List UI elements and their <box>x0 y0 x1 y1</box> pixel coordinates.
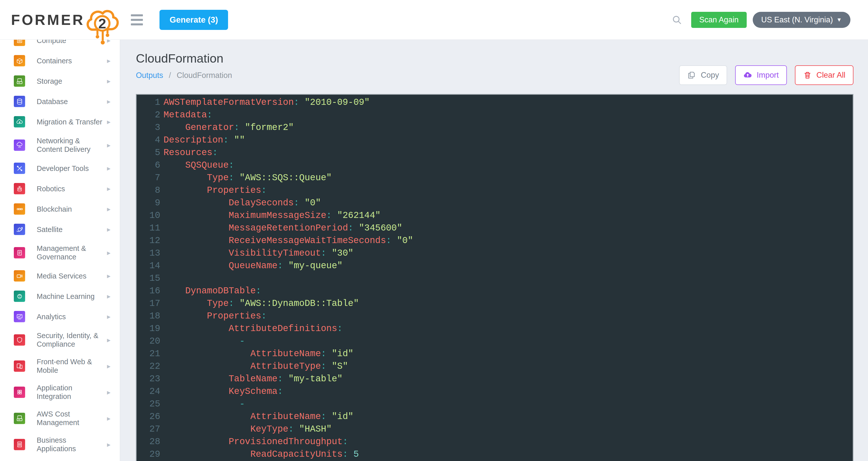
sidebar-item-machine-learning[interactable]: Machine Learning▸ <box>0 286 120 307</box>
line-content: DynamoDBTable: <box>163 285 261 297</box>
line-content: Generator: "former2" <box>163 121 294 134</box>
line-number: 20 <box>136 335 160 348</box>
code-line: 23TableName: "my-table" <box>136 373 853 385</box>
sidebar-item-business-applications[interactable]: Business Applications▸ <box>0 431 120 458</box>
chevron-right-icon: ▸ <box>107 414 111 423</box>
scan-again-button[interactable]: Scan Again <box>691 12 747 28</box>
sidebar-item-blockchain[interactable]: Blockchain▸ <box>0 199 120 219</box>
search-icon[interactable] <box>672 15 682 25</box>
output-actions: Copy Import Clear All <box>679 65 854 85</box>
code-line: 6SQSQueue: <box>136 159 853 172</box>
line-number: 29 <box>136 448 160 461</box>
line-content: SQSQueue: <box>163 159 234 172</box>
line-content: AWSTemplateFormatVersion: "2010-09-09" <box>163 96 370 109</box>
line-number: 26 <box>136 410 160 423</box>
sidebar-item-database[interactable]: Database▸ <box>0 91 120 112</box>
sidebar-item-label: AWS Cost Management <box>37 410 105 427</box>
top-navbar: FORMER 2 Generate (3) Scan Again US East… <box>0 0 868 40</box>
code-line: 27KeyType: "HASH" <box>136 423 853 436</box>
code-line: 4Description: "" <box>136 134 853 147</box>
sidebar-item-migration-transfer[interactable]: Migration & Transfer▸ <box>0 112 120 132</box>
developer-tools-icon <box>14 163 25 174</box>
code-line: 11MessageRetentionPeriod: "345600" <box>136 222 853 234</box>
code-line: 2Metadata: <box>136 109 853 121</box>
satellite-icon <box>14 224 25 235</box>
line-content: TableName: "my-table" <box>163 373 343 385</box>
code-line: 1AWSTemplateFormatVersion: "2010-09-09" <box>136 96 853 109</box>
sidebar-item-developer-tools[interactable]: Developer Tools▸ <box>0 158 120 178</box>
line-number: 16 <box>136 285 160 297</box>
sidebar-item-label: Security, Identity, & Compliance <box>37 331 105 348</box>
sidebar-nav-list: Compute▸Containers▸Storage▸Database▸Migr… <box>0 40 120 461</box>
line-content: - <box>163 335 245 348</box>
line-number: 23 <box>136 373 160 385</box>
line-number: 11 <box>136 222 160 234</box>
trash-icon <box>803 70 812 80</box>
line-number: 1 <box>136 96 160 109</box>
management-governance-icon <box>14 247 25 258</box>
containers-icon <box>14 55 25 66</box>
migration-transfer-icon <box>14 116 25 127</box>
line-content: AttributeName: "id" <box>163 410 353 423</box>
line-number: 28 <box>136 436 160 448</box>
line-content: ReadCapacityUnits: 5 <box>163 448 359 461</box>
copy-icon <box>687 70 696 80</box>
line-content: AttributeType: "S" <box>163 360 348 373</box>
code-line: 14QueueName: "my-queue" <box>136 260 853 272</box>
line-number: 7 <box>136 172 160 184</box>
line-content: MaximumMessageSize: "262144" <box>163 209 380 222</box>
sidebar-item-containers[interactable]: Containers▸ <box>0 51 120 71</box>
sidebar-item-front-end-web-mobile[interactable]: Front-end Web & Mobile▸ <box>0 353 120 379</box>
sidebar-item-satellite[interactable]: Satellite▸ <box>0 219 120 239</box>
cloudformation-code-editor[interactable]: 1AWSTemplateFormatVersion: "2010-09-09"2… <box>136 94 854 461</box>
line-content: DelaySeconds: "0" <box>163 197 321 209</box>
line-content: ProvisionedThroughput: <box>163 436 348 448</box>
sidebar-item-management-governance[interactable]: Management & Governance▸ <box>0 239 120 266</box>
sidebar-item-networking-content-delivery[interactable]: Networking & Content Delivery▸ <box>0 132 120 158</box>
line-number: 10 <box>136 209 160 222</box>
code-line: 8Properties: <box>136 184 853 197</box>
sidebar-item-media-services[interactable]: Media Services▸ <box>0 266 120 286</box>
former2-logo[interactable]: FORMER 2 <box>11 0 121 48</box>
sidebar-item-aws-cost-management[interactable]: AWS Cost Management▸ <box>0 405 120 431</box>
chevron-right-icon: ▸ <box>107 272 111 280</box>
sidebar-item-robotics[interactable]: Robotics▸ <box>0 178 120 199</box>
sidebar-item-label: Blockchain <box>37 205 105 213</box>
generate-button[interactable]: Generate (3) <box>159 10 228 30</box>
analytics-icon <box>14 311 25 322</box>
code-line: 12ReceiveMessageWaitTimeSeconds: "0" <box>136 234 853 247</box>
menu-toggle-icon[interactable] <box>131 14 143 25</box>
breadcrumb-outputs-link[interactable]: Outputs <box>136 71 163 80</box>
chevron-right-icon: ▸ <box>107 362 111 370</box>
line-content: MessageRetentionPeriod: "345600" <box>163 222 402 234</box>
security-identity-compliance-icon <box>14 334 25 346</box>
region-selector[interactable]: US East (N. Virginia) ▼ <box>753 12 850 28</box>
code-line: 20- <box>136 335 853 348</box>
chevron-right-icon: ▸ <box>107 97 111 106</box>
line-content: QueueName: "my-queue" <box>163 260 343 272</box>
sidebar-item-security-identity-compliance[interactable]: Security, Identity, & Compliance▸ <box>0 327 120 353</box>
code-line: 13VisibilityTimeout: "30" <box>136 247 853 260</box>
sidebar-item-analytics[interactable]: Analytics▸ <box>0 307 120 327</box>
sidebar-item-application-integration[interactable]: Application Integration▸ <box>0 379 120 405</box>
code-line: 16DynamoDBTable: <box>136 285 853 297</box>
import-button[interactable]: Import <box>735 65 787 85</box>
clear-all-button[interactable]: Clear All <box>795 65 854 85</box>
sidebar-item-label: Containers <box>37 57 105 65</box>
sidebar-item-label: Developer Tools <box>37 164 105 173</box>
line-content: Properties: <box>163 184 267 197</box>
robotics-icon <box>14 183 25 194</box>
breadcrumb-current: CloudFormation <box>177 71 232 80</box>
chevron-right-icon: ▸ <box>107 312 111 321</box>
line-content: ReceiveMessageWaitTimeSeconds: "0" <box>163 234 413 247</box>
code-line: 25- <box>136 398 853 410</box>
chevron-right-icon: ▸ <box>107 141 111 149</box>
main-content: CloudFormation Outputs / CloudFormation … <box>120 40 868 461</box>
line-number: 17 <box>136 297 160 310</box>
sidebar-item-end-user-computing[interactable]: End User Computing▸ <box>0 458 120 461</box>
region-label: US East (N. Virginia) <box>761 15 833 24</box>
sidebar-item-storage[interactable]: Storage▸ <box>0 71 120 91</box>
sidebar-item-label: Satellite <box>37 225 105 234</box>
line-content: Description: "" <box>163 134 245 147</box>
copy-button[interactable]: Copy <box>679 65 727 85</box>
